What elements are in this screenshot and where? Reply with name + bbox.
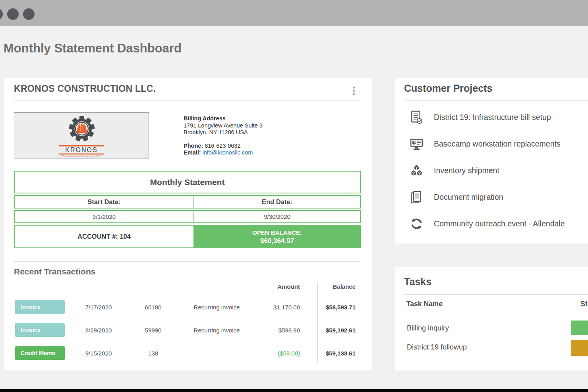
logo-brand-text: KRONOS	[65, 147, 97, 153]
end-date-label: End Date:	[194, 196, 360, 208]
transaction-description: Recurring invoice	[174, 327, 259, 334]
open-balance-value: $60,364.97	[260, 237, 294, 245]
statement-title: Monthly Statement	[14, 171, 361, 193]
start-date-value: 9/1/2020	[15, 211, 194, 222]
company-logo: KRONOS Construction Services, LLC.	[14, 112, 149, 158]
billing-address-block: Billing Address 1791 Longview Avenue Sui…	[184, 115, 263, 156]
status-column-header: St	[580, 300, 588, 308]
project-label: Document migration	[434, 193, 503, 202]
transaction-type-badge: Invoice	[15, 300, 65, 314]
transaction-date: 7/17/2020	[65, 304, 132, 311]
project-item[interactable]: Inventory shipment	[395, 157, 588, 184]
window-titlebar	[0, 0, 588, 26]
transactions-header-row: Amount Balance	[15, 282, 356, 291]
start-date-label: Start Date:	[15, 196, 194, 208]
statement-card: KRONOS CONSTRUCTION LLC.	[4, 78, 372, 371]
task-name[interactable]: District 19 followup	[407, 343, 467, 351]
transaction-row[interactable]: Invoice 7/17/2020 60180 Recurring invoic…	[15, 300, 356, 314]
billing-address-line2: Brooklyn, NY 11206 USA	[184, 129, 263, 136]
billing-heading: Billing Address	[184, 115, 263, 122]
project-item[interactable]: District 19: Infrastructure bill setup	[395, 104, 588, 131]
phone-number: 816-623-0632	[205, 143, 240, 149]
logo-tagline-text: Construction Services, LLC.	[62, 154, 101, 158]
amount-column-header: Amount	[259, 283, 317, 290]
tasks-heading: Tasks	[404, 276, 431, 288]
project-item[interactable]: Community outreach event - Allendale	[395, 210, 588, 237]
customer-projects-card: Customer Projects District 19: Infrastru…	[395, 78, 588, 243]
transaction-type-badge: Credit Memo	[15, 346, 65, 360]
transaction-type-badge: Invoice	[15, 323, 65, 337]
customer-projects-heading: Customer Projects	[404, 83, 492, 94]
task-name-column-header: Task Name	[406, 300, 443, 308]
statement-date-values-row: 9/1/2020 9/30/2020	[14, 210, 361, 223]
project-label: Community outreach event - Allendale	[434, 219, 565, 228]
transaction-date: 8/29/2020	[65, 327, 132, 334]
sync-icon	[410, 218, 423, 230]
page-title: Monthly Statement Dashboard	[4, 41, 182, 56]
documents-icon	[410, 191, 423, 204]
transaction-balance: $58,593.71	[317, 304, 356, 311]
project-label: Basecamp workstation replacements	[434, 139, 561, 149]
recent-transactions-heading: Recent Transactions	[14, 267, 95, 276]
open-balance-cell: OPEN BALANCE: $60,364.97	[194, 226, 360, 247]
task-status-badge	[571, 321, 588, 335]
project-item[interactable]: Document migration	[395, 184, 588, 210]
transaction-amount: $598.90	[259, 327, 317, 334]
inventory-boxes-icon	[410, 164, 423, 177]
window-bottom-edge	[0, 389, 588, 392]
transaction-row[interactable]: Invoice 8/29/2020 59990 Recurring invoic…	[15, 323, 356, 337]
window-control-dot[interactable]	[0, 8, 3, 20]
billing-phone-line: Phone: 816-623-0632	[184, 143, 263, 150]
tasks-card: Tasks Task Name St Billing inquiry Distr…	[395, 267, 588, 371]
project-label: District 19: Infrastructure bill setup	[434, 113, 551, 122]
task-status-badge	[571, 340, 588, 356]
project-label: Inventory shipment	[434, 166, 499, 175]
monthly-statement-table: Monthly Statement Start Date: End Date: …	[14, 171, 361, 250]
transaction-amount: $1,170.00	[259, 304, 317, 311]
statement-date-labels-row: Start Date: End Date:	[14, 195, 361, 209]
transaction-number: 138	[132, 350, 174, 357]
gear-hardhat-icon	[69, 116, 95, 141]
account-number: ACCOUNT #: 104	[15, 226, 194, 247]
transaction-row[interactable]: Credit Memo 9/15/2020 138 ($59.00) $59,1…	[15, 346, 356, 360]
transaction-balance: $59,192.61	[317, 327, 356, 334]
transaction-balance: $59,133.61	[317, 350, 356, 357]
open-balance-label: OPEN BALANCE:	[252, 228, 302, 237]
email-link[interactable]: info@kronosllc.com	[203, 149, 253, 156]
window-control-dot[interactable]	[23, 8, 35, 20]
statement-account-row: ACCOUNT #: 104 OPEN BALANCE: $60,364.97	[14, 225, 361, 248]
transaction-date: 9/15/2020	[65, 350, 132, 357]
task-name[interactable]: Billing inquiry	[407, 324, 449, 332]
balance-column-header: Balance	[317, 283, 356, 290]
transaction-number: 59990	[132, 327, 174, 334]
transaction-description: Recurring invoice	[174, 304, 259, 311]
project-item[interactable]: Basecamp workstation replacements	[395, 131, 588, 157]
company-name: KRONOS CONSTRUCTION LLC.	[14, 83, 156, 94]
kebab-menu-icon[interactable]	[351, 87, 356, 96]
billing-address-line1: 1791 Longview Avenue Suite 3	[184, 122, 263, 129]
workstation-icon	[410, 138, 423, 150]
transaction-amount: ($59.00)	[259, 350, 317, 357]
end-date-value: 9/30/2020	[194, 211, 360, 222]
billing-email-line: Email: info@kronosllc.com	[184, 149, 263, 156]
transaction-number: 60180	[132, 304, 174, 311]
bill-check-icon	[410, 110, 423, 124]
window-control-dot[interactable]	[7, 8, 19, 20]
